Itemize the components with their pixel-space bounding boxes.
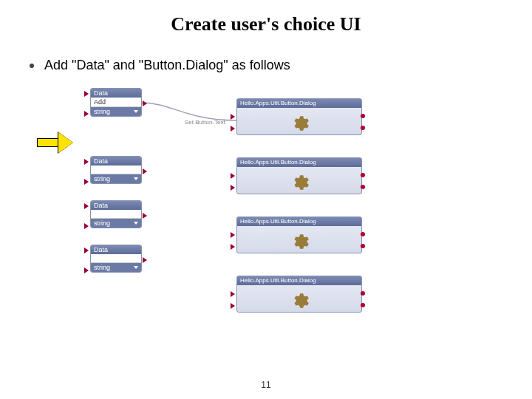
data-block-header: Data — [91, 201, 141, 210]
port-out-icon[interactable] — [361, 114, 365, 118]
data-block-type[interactable]: string — [91, 219, 141, 228]
dialog-block-header: Hello.Apps.Util.Button.Dialog — [237, 99, 361, 108]
set-button-text-label: Set.Button-Text — [185, 119, 225, 126]
port-in-icon[interactable] — [231, 126, 235, 132]
chevron-down-icon — [134, 177, 138, 180]
bullet-dot-icon — [30, 64, 34, 68]
port-out-icon[interactable] — [361, 185, 365, 189]
port-in-icon[interactable] — [231, 244, 235, 250]
button-dialog-block[interactable]: Hello.Apps.Util.Button.Dialog — [236, 276, 362, 313]
dialog-block-header: Hello.Apps.Util.Button.Dialog — [237, 158, 361, 167]
port-out-icon[interactable] — [143, 100, 147, 106]
data-block-value[interactable] — [91, 166, 141, 174]
dialog-block-header: Hello.Apps.Util.Button.Dialog — [237, 217, 361, 226]
data-block-header: Data — [91, 89, 141, 98]
port-in-icon[interactable] — [84, 91, 89, 97]
gear-icon — [290, 114, 310, 133]
dialog-block-header: Hello.Apps.Util.Button.Dialog — [237, 276, 361, 285]
port-out-icon[interactable] — [361, 232, 365, 236]
port-in-icon[interactable] — [84, 159, 89, 165]
port-in-icon[interactable] — [231, 173, 235, 179]
gear-icon — [290, 232, 310, 251]
port-in-icon[interactable] — [231, 232, 235, 238]
port-out-icon[interactable] — [361, 173, 365, 177]
port-out-icon[interactable] — [361, 244, 365, 248]
data-block-value[interactable]: Add — [91, 98, 141, 107]
button-dialog-block[interactable]: Hello.Apps.Util.Button.Dialog — [236, 216, 362, 253]
port-out-icon[interactable] — [143, 257, 147, 263]
data-block-header: Data — [91, 245, 141, 254]
port-in-icon[interactable] — [84, 203, 89, 209]
port-out-icon[interactable] — [361, 126, 365, 130]
data-block-value[interactable] — [91, 254, 141, 263]
chevron-down-icon — [134, 266, 138, 269]
gear-icon — [290, 173, 310, 192]
bullet-item: Add "Data" and "Button.Dialog" as follow… — [30, 58, 532, 73]
bullet-text: Add "Data" and "Button.Dialog" as follow… — [44, 58, 290, 72]
data-block-type[interactable]: string — [91, 107, 141, 116]
port-out-icon[interactable] — [361, 291, 365, 296]
data-block[interactable]: Data Add string — [90, 88, 142, 117]
page-title: Create user's choice UI — [0, 13, 532, 35]
port-in-icon[interactable] — [84, 248, 89, 253]
data-block-value[interactable] — [91, 210, 141, 219]
port-in-icon[interactable] — [84, 267, 89, 273]
port-in-icon[interactable] — [231, 185, 235, 191]
yellow-arrow-icon — [37, 132, 77, 153]
port-out-icon[interactable] — [143, 168, 147, 174]
data-block[interactable]: Data string — [90, 200, 142, 228]
port-in-icon[interactable] — [84, 179, 89, 185]
port-in-icon[interactable] — [84, 111, 89, 117]
page-number: 11 — [0, 380, 532, 390]
port-in-icon[interactable] — [231, 303, 235, 309]
data-block[interactable]: Data string — [90, 156, 142, 184]
data-block-type[interactable]: string — [91, 174, 141, 183]
diagram-canvas: Set.Button-Text Data Add string Data str… — [81, 88, 466, 347]
button-dialog-block[interactable]: Hello.Apps.Util.Button.Dialog — [236, 98, 362, 135]
gear-icon — [290, 291, 310, 310]
port-in-icon[interactable] — [84, 223, 89, 229]
data-block-type[interactable]: string — [91, 263, 141, 272]
port-in-icon[interactable] — [231, 291, 235, 297]
chevron-down-icon — [134, 222, 138, 225]
port-out-icon[interactable] — [143, 213, 147, 219]
port-in-icon[interactable] — [231, 114, 235, 120]
port-out-icon[interactable] — [361, 303, 365, 307]
button-dialog-block[interactable]: Hello.Apps.Util.Button.Dialog — [236, 157, 362, 194]
data-block-header: Data — [91, 157, 141, 166]
chevron-down-icon — [134, 110, 138, 113]
data-block[interactable]: Data string — [90, 245, 142, 273]
